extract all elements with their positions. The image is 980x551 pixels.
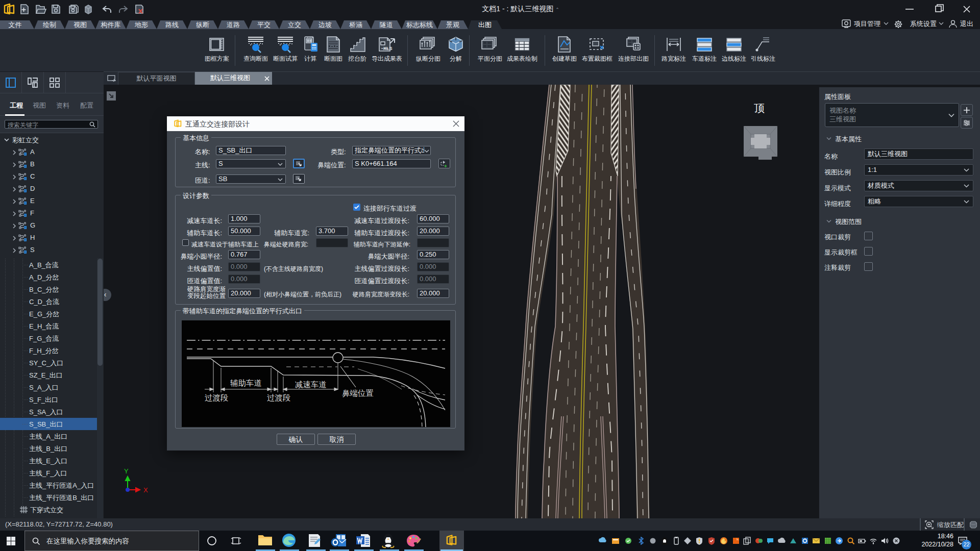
svg-text:鼻端位置: 鼻端位置 bbox=[342, 389, 374, 397]
svg-text:减速车道: 减速车道 bbox=[295, 380, 327, 389]
svg-text:退出: 退出 bbox=[960, 20, 973, 28]
svg-text:项目管理: 项目管理 bbox=[854, 20, 880, 28]
svg-text:辅助车道: 辅助车道 bbox=[230, 379, 262, 387]
svg-text:XLS: XLS bbox=[383, 46, 393, 51]
svg-text:过渡段: 过渡段 bbox=[205, 393, 229, 402]
svg-text:过渡段: 过渡段 bbox=[267, 393, 291, 402]
svg-text:X: X bbox=[143, 486, 148, 494]
svg-text:系统设置: 系统设置 bbox=[910, 20, 937, 28]
svg-text:Y: Y bbox=[124, 468, 129, 475]
